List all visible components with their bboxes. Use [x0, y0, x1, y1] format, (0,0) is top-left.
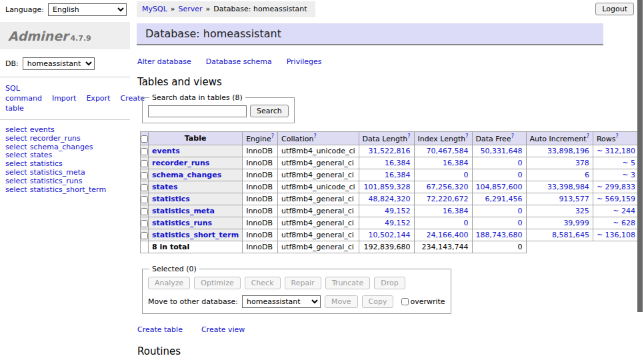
- select-link-statistics-short-term[interactable]: select: [5, 185, 27, 194]
- move-button[interactable]: Move: [325, 295, 358, 308]
- table-link-statistics-short-term[interactable]: statistics_short_term: [30, 185, 106, 194]
- table-link-statistics-meta[interactable]: statistics_meta: [30, 168, 85, 177]
- select-link-schema-changes[interactable]: select: [5, 143, 27, 151]
- auto-increment-link[interactable]: 33,398,984: [547, 183, 589, 191]
- move-db-select[interactable]: homeassistant: [242, 295, 321, 308]
- data-free-link[interactable]: 0: [518, 207, 523, 215]
- help-icon[interactable]: ?: [407, 133, 410, 139]
- select-link-events[interactable]: select: [5, 125, 27, 134]
- link-privileges[interactable]: Privileges: [287, 57, 322, 66]
- table-link-statistics[interactable]: statistics: [30, 159, 63, 168]
- rows-link[interactable]: ~ 136,108: [597, 231, 635, 239]
- index-length-link[interactable]: 0: [464, 171, 469, 179]
- table-link-states[interactable]: states: [30, 151, 53, 159]
- data-free-link[interactable]: 50,331,648: [481, 147, 523, 155]
- table-name-link-states[interactable]: states: [152, 183, 178, 191]
- link-alter-database[interactable]: Alter database: [137, 57, 191, 66]
- check-button[interactable]: Check: [245, 277, 281, 289]
- table-name-link-statistics[interactable]: statistics: [152, 195, 190, 203]
- language-select[interactable]: English: [48, 3, 127, 16]
- select-all-checkbox[interactable]: [141, 135, 148, 143]
- help-icon[interactable]: ?: [587, 133, 589, 139]
- auto-increment-link[interactable]: 33,898,196: [547, 147, 589, 155]
- table-name-link-events[interactable]: events: [152, 147, 180, 155]
- analyze-button[interactable]: Analyze: [148, 277, 190, 289]
- overwrite-checkbox[interactable]: [401, 298, 409, 305]
- db-select[interactable]: homeassistant: [23, 57, 95, 70]
- help-icon[interactable]: ?: [313, 133, 316, 139]
- table-name-link-recorder-runs[interactable]: recorder_runs: [152, 159, 209, 167]
- rows-link[interactable]: ~ 628: [613, 219, 635, 227]
- row-checkbox-statistics-runs[interactable]: [141, 220, 148, 227]
- data-free-link[interactable]: 0: [518, 219, 523, 227]
- index-length-link[interactable]: 16,384: [443, 159, 469, 167]
- data-length-link[interactable]: 49,152: [385, 207, 411, 215]
- table-name-link-statistics-runs[interactable]: statistics_runs: [152, 219, 212, 227]
- data-length-link[interactable]: 101,859,328: [364, 183, 411, 191]
- table-name-link-schema-changes[interactable]: schema_changes: [152, 171, 221, 179]
- index-length-link[interactable]: 67,256,320: [427, 183, 469, 191]
- auto-increment-link[interactable]: 6: [585, 171, 589, 179]
- select-link-statistics[interactable]: select: [5, 159, 27, 168]
- auto-increment-link[interactable]: 913,577: [559, 195, 589, 203]
- repair-button[interactable]: Repair: [285, 277, 321, 289]
- row-checkbox-statistics[interactable]: [141, 196, 148, 203]
- select-link-statistics-runs[interactable]: select: [5, 177, 27, 185]
- rows-link[interactable]: ~ 244: [613, 207, 635, 215]
- rows-link[interactable]: ~ 312,180: [597, 147, 635, 155]
- data-free-link[interactable]: 188,743,680: [476, 231, 523, 239]
- help-icon[interactable]: ?: [615, 133, 618, 139]
- data-length-link[interactable]: 48,824,320: [369, 195, 411, 203]
- select-link-states[interactable]: select: [5, 151, 27, 159]
- search-button[interactable]: Search: [250, 105, 289, 117]
- drop-button[interactable]: Drop: [374, 277, 405, 289]
- data-free-link[interactable]: 6,291,456: [485, 195, 523, 203]
- link-create-table[interactable]: Create table: [137, 325, 183, 334]
- link-export[interactable]: Export: [86, 94, 110, 103]
- data-length-link[interactable]: 16,384: [385, 171, 411, 179]
- link-create-view[interactable]: Create view: [201, 325, 245, 334]
- link-import[interactable]: Import: [52, 94, 77, 103]
- link-sql-command[interactable]: SQL command: [5, 84, 42, 103]
- rows-link[interactable]: ~ 569,159: [597, 195, 635, 203]
- table-name-link-statistics-short-term[interactable]: statistics_short_term: [152, 231, 239, 239]
- row-checkbox-states[interactable]: [141, 184, 148, 191]
- data-free-link[interactable]: 0: [518, 171, 523, 179]
- rows-link[interactable]: ~ 5: [622, 159, 635, 167]
- data-length-link[interactable]: 16,384: [385, 159, 411, 167]
- data-length-link[interactable]: 49,152: [385, 219, 411, 227]
- table-link-statistics-runs[interactable]: statistics_runs: [30, 177, 83, 185]
- index-length-link[interactable]: 0: [464, 219, 469, 227]
- index-length-link[interactable]: 72,220,672: [427, 195, 469, 203]
- index-length-link[interactable]: 70,467,584: [427, 147, 469, 155]
- table-link-events[interactable]: events: [30, 125, 55, 134]
- help-icon[interactable]: ?: [271, 133, 274, 139]
- data-length-link[interactable]: 31,522,816: [369, 147, 411, 155]
- row-checkbox-statistics-meta[interactable]: [141, 208, 148, 215]
- help-icon[interactable]: ?: [465, 133, 468, 139]
- rows-link[interactable]: ~ 3: [622, 171, 635, 179]
- table-link-schema-changes[interactable]: schema_changes: [30, 143, 93, 151]
- index-length-link[interactable]: 16,384: [443, 207, 469, 215]
- row-checkbox-statistics-short-term[interactable]: [141, 232, 148, 239]
- table-link-recorder-runs[interactable]: recorder_runs: [30, 134, 81, 143]
- table-name-link-statistics-meta[interactable]: statistics_meta: [152, 207, 215, 215]
- copy-button[interactable]: Copy: [362, 295, 394, 308]
- index-length-link[interactable]: 24,166,400: [427, 231, 469, 239]
- help-icon[interactable]: ?: [511, 133, 514, 139]
- data-free-link[interactable]: 104,857,600: [476, 183, 523, 191]
- truncate-button[interactable]: Truncate: [325, 277, 370, 289]
- data-length-link[interactable]: 10,502,144: [369, 231, 411, 239]
- search-input[interactable]: [148, 105, 247, 117]
- link-database-schema[interactable]: Database schema: [206, 57, 272, 66]
- auto-increment-link[interactable]: 325: [575, 207, 589, 215]
- optimize-button[interactable]: Optimize: [194, 277, 240, 289]
- row-checkbox-schema-changes[interactable]: [141, 172, 148, 179]
- rows-link[interactable]: ~ 299,833: [597, 183, 635, 191]
- auto-increment-link[interactable]: 8,581,645: [552, 231, 589, 239]
- auto-increment-link[interactable]: 378: [575, 159, 589, 167]
- select-link-statistics-meta[interactable]: select: [5, 168, 27, 177]
- row-checkbox-recorder-runs[interactable]: [141, 160, 148, 167]
- select-link-recorder-runs[interactable]: select: [5, 134, 27, 143]
- data-free-link[interactable]: 0: [518, 159, 523, 167]
